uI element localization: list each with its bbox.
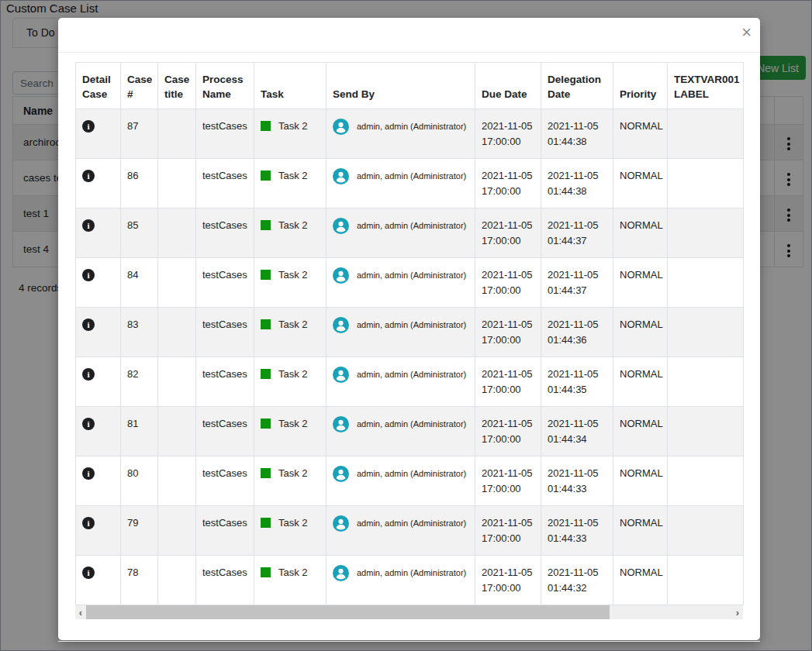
scrollbar-thumb[interactable] <box>86 605 610 619</box>
task-label: Task 2 <box>278 565 308 580</box>
task-status-icon <box>261 220 271 230</box>
task-cell: Task 2 <box>254 407 327 456</box>
column-header: Priority <box>613 63 668 109</box>
textvar-cell <box>668 258 744 308</box>
user-avatar-icon <box>333 218 349 234</box>
send-by-user: admin, admin (Administrator) <box>357 120 466 133</box>
case-title-cell <box>158 208 196 258</box>
info-icon[interactable]: i <box>82 467 95 480</box>
task-cell: Task 2 <box>254 456 327 506</box>
case-number-cell: 86 <box>121 159 158 208</box>
close-icon[interactable]: × <box>741 24 752 41</box>
info-icon[interactable]: i <box>82 418 95 430</box>
info-icon[interactable]: i <box>82 219 95 232</box>
column-header: Task <box>254 63 327 109</box>
task-label: Task 2 <box>278 416 308 432</box>
task-label: Task 2 <box>278 515 308 531</box>
info-icon[interactable]: i <box>82 368 95 381</box>
task-label: Task 2 <box>278 317 308 332</box>
table-row: i83testCasesTask 2admin, admin (Administ… <box>76 308 744 357</box>
case-number-cell: 84 <box>121 258 158 308</box>
send-by-cell: admin, admin (Administrator) <box>327 456 475 506</box>
due-date-cell: 2021-11-05 17:00:00 <box>475 407 541 456</box>
horizontal-scrollbar[interactable]: ‹ › <box>75 605 743 619</box>
case-number-cell: 80 <box>121 456 158 506</box>
delegation-date-cell: 2021-11-05 01:44:37 <box>541 208 613 258</box>
column-header: Delegation Date <box>541 63 613 109</box>
table-row: i80testCasesTask 2admin, admin (Administ… <box>76 456 744 506</box>
case-list-preview-modal: × Detail CaseCase #Case titleProcess Nam… <box>58 18 760 640</box>
task-status-icon <box>261 518 271 528</box>
case-title-cell <box>158 556 196 605</box>
info-icon[interactable]: i <box>82 269 95 281</box>
priority-cell: NORMAL <box>613 159 668 208</box>
delegation-date-cell: 2021-11-05 01:44:34 <box>541 407 613 456</box>
user-avatar-icon <box>333 416 349 432</box>
send-by-user: admin, admin (Administrator) <box>357 517 466 530</box>
task-label: Task 2 <box>278 218 308 233</box>
textvar-cell <box>668 308 744 357</box>
priority-cell: NORMAL <box>613 308 668 357</box>
due-date-cell: 2021-11-05 17:00:00 <box>475 456 541 506</box>
user-avatar-icon <box>333 267 349 284</box>
task-status-icon <box>261 468 271 478</box>
user-avatar-icon <box>333 565 349 581</box>
modal-header: × <box>58 18 760 53</box>
scrollbar-track[interactable] <box>86 605 732 619</box>
task-cell: Task 2 <box>254 357 327 407</box>
detail-case-cell: i <box>76 258 121 308</box>
column-header: Detail Case <box>76 63 121 109</box>
info-icon[interactable]: i <box>82 170 95 182</box>
cases-table-header-row: Detail CaseCase #Case titleProcess NameT… <box>76 63 744 109</box>
task-label: Task 2 <box>278 367 308 382</box>
task-status-icon <box>261 369 271 379</box>
due-date-cell: 2021-11-05 17:00:00 <box>475 308 541 357</box>
delegation-date-cell: 2021-11-05 01:44:38 <box>541 159 613 208</box>
user-avatar-icon <box>333 367 349 383</box>
case-title-cell <box>158 357 196 407</box>
task-cell: Task 2 <box>254 506 327 556</box>
send-by-cell: admin, admin (Administrator) <box>327 208 475 258</box>
modal-footer: Cancel <box>58 641 760 651</box>
send-by-user: admin, admin (Administrator) <box>357 269 466 282</box>
case-number-cell: 82 <box>121 357 158 407</box>
priority-cell: NORMAL <box>613 506 668 556</box>
task-cell: Task 2 <box>254 258 327 308</box>
info-icon[interactable]: i <box>82 120 95 133</box>
case-number-cell: 79 <box>121 506 158 556</box>
case-number-cell: 87 <box>121 109 158 159</box>
task-status-icon <box>261 319 271 329</box>
priority-cell: NORMAL <box>613 556 668 605</box>
case-title-cell <box>158 159 196 208</box>
task-status-icon <box>261 170 271 181</box>
case-title-cell <box>158 407 196 456</box>
due-date-cell: 2021-11-05 17:00:00 <box>475 258 541 308</box>
task-cell: Task 2 <box>254 208 327 258</box>
detail-case-cell: i <box>76 208 121 258</box>
send-by-user: admin, admin (Administrator) <box>357 219 466 232</box>
task-cell: Task 2 <box>254 556 327 605</box>
info-icon[interactable]: i <box>82 567 95 579</box>
case-number-cell: 85 <box>121 208 158 258</box>
task-status-icon <box>261 121 271 131</box>
detail-case-cell: i <box>76 456 121 506</box>
priority-cell: NORMAL <box>613 258 668 308</box>
process-name-cell: testCases <box>196 308 254 357</box>
send-by-user: admin, admin (Administrator) <box>357 170 466 183</box>
scroll-left-icon[interactable]: ‹ <box>75 605 86 619</box>
send-by-cell: admin, admin (Administrator) <box>327 258 475 308</box>
task-status-icon <box>261 270 271 280</box>
due-date-cell: 2021-11-05 17:00:00 <box>475 208 541 258</box>
column-header: TEXTVAR001 LABEL <box>668 63 744 109</box>
info-icon[interactable]: i <box>82 319 95 331</box>
case-title-cell <box>158 506 196 556</box>
detail-case-cell: i <box>76 357 121 407</box>
textvar-cell <box>668 109 744 159</box>
detail-case-cell: i <box>76 109 121 159</box>
info-icon[interactable]: i <box>82 517 95 529</box>
textvar-cell <box>668 159 744 208</box>
send-by-cell: admin, admin (Administrator) <box>327 159 475 208</box>
priority-cell: NORMAL <box>613 109 668 159</box>
scroll-right-icon[interactable]: › <box>732 605 743 619</box>
process-name-cell: testCases <box>196 407 254 456</box>
